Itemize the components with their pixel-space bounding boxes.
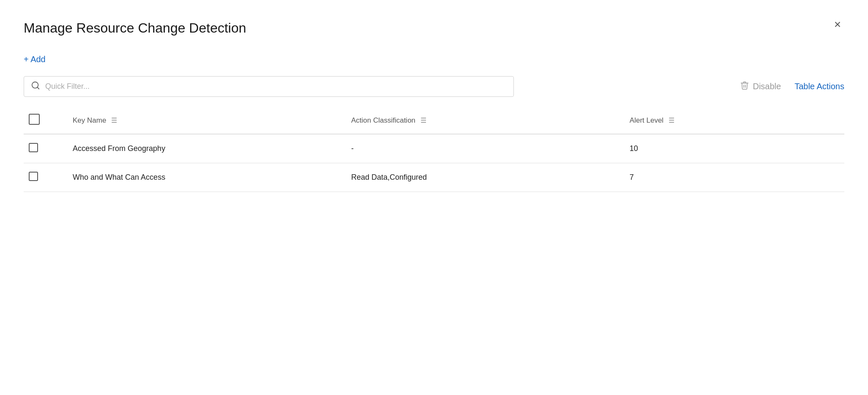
close-button[interactable]: ×: [831, 17, 844, 32]
disable-label: Disable: [753, 82, 781, 91]
header-action-classification: Action Classification ☰: [346, 107, 625, 134]
add-button[interactable]: + Add: [24, 53, 46, 66]
key-name-menu-icon[interactable]: ☰: [111, 116, 117, 124]
table-actions-button[interactable]: Table Actions: [794, 82, 844, 91]
dialog: Manage Resource Change Detection × + Add: [0, 0, 868, 395]
row-checkbox[interactable]: [29, 172, 38, 181]
header-key-name: Key Name ☰: [68, 107, 346, 134]
dialog-title: Manage Resource Change Detection: [24, 20, 844, 36]
search-icon: [31, 81, 40, 92]
header-alert-level: Alert Level ☰: [625, 107, 844, 134]
row-key-name: Accessed From Geography: [68, 134, 346, 163]
row-checkbox-cell: [24, 163, 68, 192]
table-row: Who and What Can AccessRead Data,Configu…: [24, 163, 844, 192]
trash-icon: [740, 81, 749, 93]
data-table: Key Name ☰ Action Classification ☰ Alert…: [24, 107, 844, 192]
row-alert-level: 10: [625, 134, 844, 163]
search-wrapper: [24, 76, 514, 97]
toolbar: Disable Table Actions: [24, 76, 844, 97]
row-action-classification: -: [346, 134, 625, 163]
header-action-classification-label: Action Classification: [351, 116, 415, 125]
header-key-name-label: Key Name: [73, 116, 106, 125]
alert-level-menu-icon[interactable]: ☰: [669, 116, 674, 124]
header-alert-level-label: Alert Level: [630, 116, 663, 125]
toolbar-actions: Disable Table Actions: [740, 81, 844, 93]
row-action-classification: Read Data,Configured: [346, 163, 625, 192]
row-checkbox-cell: [24, 134, 68, 163]
svg-line-1: [37, 87, 39, 89]
action-classification-menu-icon[interactable]: ☰: [420, 116, 426, 124]
header-checkbox-cell: [24, 107, 68, 134]
table-body: Accessed From Geography-10Who and What C…: [24, 134, 844, 192]
row-alert-level: 7: [625, 163, 844, 192]
row-checkbox[interactable]: [29, 143, 38, 152]
row-key-name: Who and What Can Access: [68, 163, 346, 192]
search-input[interactable]: [45, 82, 507, 91]
table-header-row: Key Name ☰ Action Classification ☰ Alert…: [24, 107, 844, 134]
header-checkbox[interactable]: [29, 114, 40, 125]
disable-button[interactable]: Disable: [740, 81, 781, 93]
table-row: Accessed From Geography-10: [24, 134, 844, 163]
